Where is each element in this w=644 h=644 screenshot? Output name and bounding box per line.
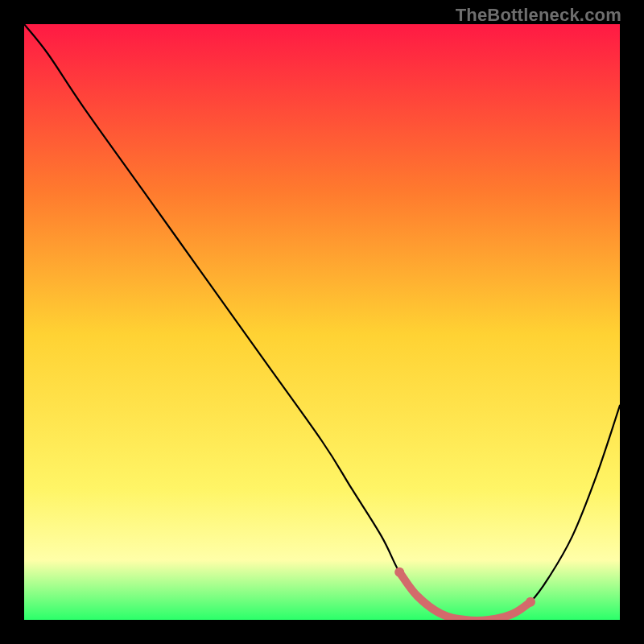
curves-layer bbox=[24, 24, 620, 620]
optimal-zone-start-dot bbox=[394, 568, 404, 577]
optimal-zone-highlight bbox=[399, 572, 530, 620]
optimal-zone-end-dot bbox=[526, 597, 535, 607]
plot-area bbox=[24, 24, 620, 620]
chart-frame: TheBottleneck.com bbox=[0, 0, 644, 644]
watermark-text: TheBottleneck.com bbox=[456, 5, 621, 26]
bottleneck-curve bbox=[24, 24, 620, 620]
